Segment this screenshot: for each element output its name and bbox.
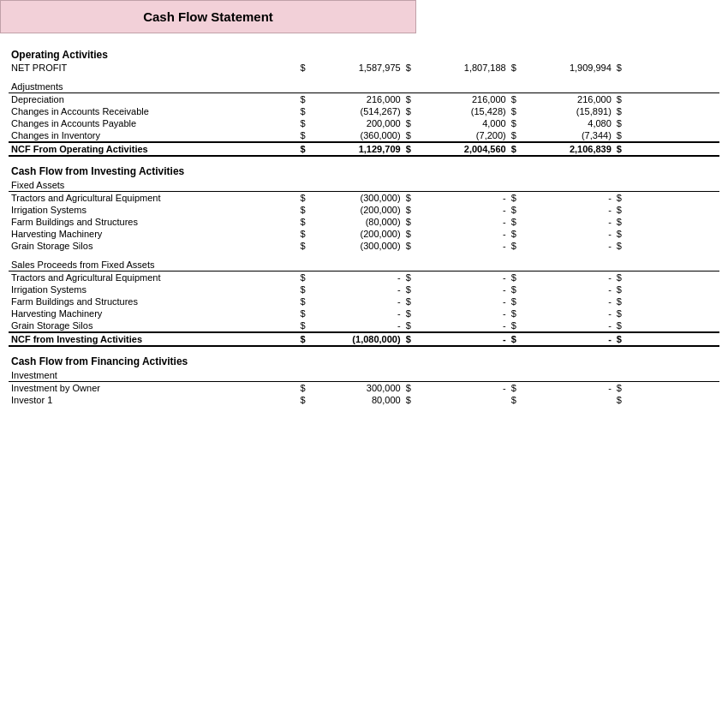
dollar1: $ <box>298 62 311 74</box>
ncf-operating-row: NCF From Operating Activities $ 1,129,70… <box>9 142 719 156</box>
operating-activities-table: Operating Activities NET PROFIT $ 1,587,… <box>9 40 719 406</box>
sales-harvesting-label: Harvesting Machinery <box>11 308 102 319</box>
ar-v1: (514,267) <box>310 105 403 117</box>
investing-header: Cash Flow from Investing Activities <box>11 165 184 177</box>
fixed-assets-label: Fixed Assets <box>11 180 64 190</box>
operating-header: Operating Activities <box>11 49 108 61</box>
ap-label: Changes in Accounts Payable <box>11 118 136 128</box>
ncf-investing-label: NCF from Investing Activities <box>11 334 142 344</box>
ncf-operating-label: NCF From Operating Activities <box>11 144 148 154</box>
net-profit-v2: 1,807,188 <box>415 62 508 74</box>
sales-tractors-row: Tractors and Agricultural Equipment $ - … <box>9 272 719 284</box>
inventory-label: Changes in Inventory <box>11 130 100 140</box>
sales-proceeds-header-row: Sales Proceeds from Fixed Assets <box>9 259 719 272</box>
investment-label: Investment <box>11 370 57 380</box>
page-title: Cash Flow Statement <box>0 0 416 33</box>
ncf-op-v2: 2,004,560 <box>415 142 508 156</box>
dollar2: $ <box>403 62 416 74</box>
net-profit-v3: 1,909,994 <box>521 62 613 74</box>
tractors-label: Tractors and Agricultural Equipment <box>11 193 160 203</box>
investor1-row: Investor 1 $ 80,000 $ $ $ <box>9 394 719 406</box>
depreciation-row: Depreciation $ 216,000 $ 216,000 $ 216,0… <box>9 93 719 106</box>
ar-v2: (15,428) <box>415 105 508 117</box>
ap-v1: 200,000 <box>310 117 403 129</box>
sales-proceeds-label: Sales Proceeds from Fixed Assets <box>11 260 155 270</box>
ar-row: Changes in Accounts Receivable $ (514,26… <box>9 105 719 117</box>
grain-silos-row: Grain Storage Silos $ (300,000) $ - $ - … <box>9 240 719 252</box>
dep-v3: 216,000 <box>521 93 613 106</box>
sales-grain-silos-label: Grain Storage Silos <box>11 320 92 331</box>
investment-owner-label: Investment by Owner <box>11 383 100 393</box>
ap-v2: 4,000 <box>415 117 508 129</box>
financing-header: Cash Flow from Financing Activities <box>11 355 188 367</box>
sales-farm-buildings-row: Farm Buildings and Structures $ - $ - $ … <box>9 295 719 307</box>
net-profit-v1: 1,587,975 <box>310 62 403 74</box>
sales-irrigation-row: Irrigation Systems $ - $ - $ - $ <box>9 283 719 295</box>
ncf-op-v1: 1,129,709 <box>310 142 403 156</box>
adjustments-header-row: Adjustments <box>9 81 719 93</box>
harvesting-row: Harvesting Machinery $ (200,000) $ - $ -… <box>9 228 719 240</box>
ap-row: Changes in Accounts Payable $ 200,000 $ … <box>9 117 719 129</box>
sales-harvesting-row: Harvesting Machinery $ - $ - $ - $ <box>9 307 719 319</box>
inv-v1: (360,000) <box>310 129 403 142</box>
dollar3: $ <box>509 62 522 74</box>
sales-irrigation-label: Irrigation Systems <box>11 284 87 295</box>
ar-label: Changes in Accounts Receivable <box>11 106 149 116</box>
ap-v3: 4,080 <box>521 117 613 129</box>
page-container: Cash Flow Statement Operating Activities… <box>0 0 728 413</box>
financing-header-row: Cash Flow from Financing Activities <box>9 355 719 369</box>
net-profit-v4 <box>626 62 719 74</box>
dollar4: $ <box>614 62 627 74</box>
ar-v3: (15,891) <box>521 105 613 117</box>
farm-buildings-label: Farm Buildings and Structures <box>11 217 138 227</box>
irrigation-label: Irrigation Systems <box>11 205 87 215</box>
investment-owner-row: Investment by Owner $ 300,000 $ - $ - $ <box>9 382 719 395</box>
fixed-assets-header-row: Fixed Assets <box>9 179 719 192</box>
sales-farm-buildings-label: Farm Buildings and Structures <box>11 296 138 307</box>
net-profit-label: NET PROFIT <box>11 63 67 73</box>
harvesting-label: Harvesting Machinery <box>11 229 102 239</box>
investment-header-row: Investment <box>9 369 719 382</box>
ncf-op-v3: 2,106,839 <box>521 142 613 156</box>
depreciation-label: Depreciation <box>11 94 64 104</box>
dep-v2: 216,000 <box>415 93 508 106</box>
investor1-label: Investor 1 <box>11 395 52 405</box>
dep-v1: 216,000 <box>310 93 403 106</box>
sales-tractors-label: Tractors and Agricultural Equipment <box>11 272 160 283</box>
irrigation-row: Irrigation Systems $ (200,000) $ - $ - $ <box>9 204 719 216</box>
inv-v3: (7,344) <box>521 129 613 142</box>
ncf-investing-row: NCF from Investing Activities $ (1,080,0… <box>9 332 719 346</box>
grain-silos-label: Grain Storage Silos <box>11 241 92 251</box>
tractors-row: Tractors and Agricultural Equipment $ (3… <box>9 192 719 205</box>
farm-buildings-row: Farm Buildings and Structures $ (80,000)… <box>9 216 719 228</box>
inv-v2: (7,200) <box>415 129 508 142</box>
adjustments-label: Adjustments <box>11 81 63 92</box>
inventory-row: Changes in Inventory $ (360,000) $ (7,20… <box>9 129 719 142</box>
net-profit-row: NET PROFIT $ 1,587,975 $ 1,807,188 $ 1,9… <box>9 62 719 74</box>
content-area: Operating Activities NET PROFIT $ 1,587,… <box>0 33 728 413</box>
investing-header-row: Cash Flow from Investing Activities <box>9 164 719 179</box>
sales-grain-silos-row: Grain Storage Silos $ - $ - $ - $ <box>9 319 719 332</box>
